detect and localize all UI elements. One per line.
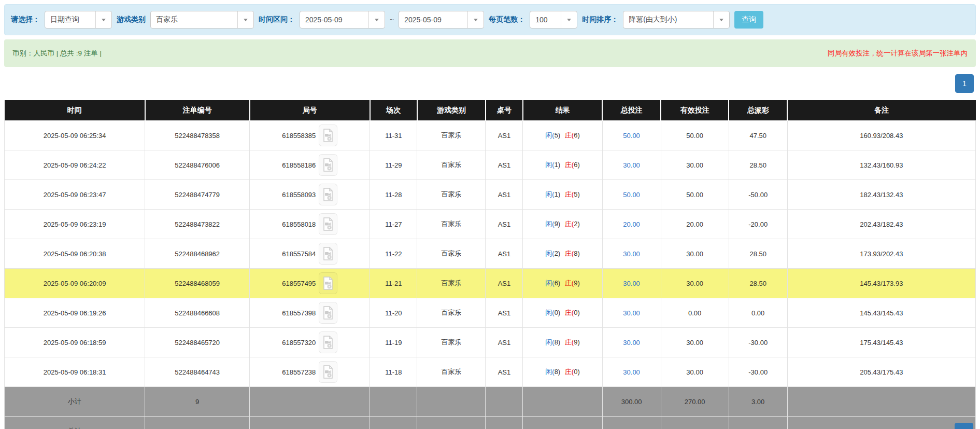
date-from-select[interactable]: 2025-05-09 [300, 11, 385, 29]
game-type-cell: 百家乐 [417, 269, 486, 298]
query-type-select[interactable]: 日期查询 [45, 11, 112, 29]
time-cell: 2025-05-09 06:25:34 [5, 121, 145, 150]
query-type-label: 请选择： [11, 15, 40, 24]
round-id: 618557238 [282, 368, 316, 376]
round-id: 618557320 [282, 339, 316, 347]
total-bet-link[interactable]: 50.00 [623, 191, 640, 199]
session-cell: 11-28 [370, 180, 417, 210]
chevron-down-icon[interactable] [561, 11, 577, 28]
bet-id-cell: 522488468962 [145, 239, 250, 269]
pagination-page-1[interactable]: 1 [955, 74, 974, 93]
time-range-label: 时间区间： [259, 15, 295, 24]
result-cell: 闲(8) 庄(0) [523, 357, 602, 387]
payout-cell: 0.00 [729, 298, 787, 328]
session-cell: 11-21 [370, 269, 417, 298]
total-bet-link[interactable]: 50.00 [623, 132, 640, 140]
valid-bet-cell: 0.00 [661, 298, 729, 328]
pagination-page-1-bottom[interactable]: 1 [955, 423, 973, 429]
total-bet-link[interactable]: 30.00 [623, 280, 640, 287]
round-id: 618557398 [282, 309, 316, 317]
time-cell: 2025-05-09 06:19:26 [5, 298, 145, 328]
replay-icon[interactable] [319, 124, 337, 146]
valid-bet-cell: 50.00 [661, 180, 729, 210]
chevron-down-icon[interactable] [713, 11, 729, 28]
session-cell: 11-20 [370, 298, 417, 328]
round-id: 618558093 [282, 191, 316, 199]
total-bet-link[interactable]: 20.00 [623, 220, 640, 228]
bet-id-cell: 522488466608 [145, 298, 250, 328]
chevron-down-icon[interactable] [237, 11, 253, 28]
note-cell: 160.93/208.43 [787, 121, 975, 150]
game-type-select[interactable]: 百家乐 [150, 11, 254, 29]
result-cell: 闲(1) 庄(6) [523, 150, 602, 180]
round-id: 618558186 [282, 161, 316, 169]
result-cell: 闲(0) 庄(0) [523, 298, 602, 328]
subtotal-payout: 3.00 [729, 387, 787, 417]
chevron-down-icon[interactable] [368, 11, 385, 28]
chevron-down-icon[interactable] [467, 11, 484, 28]
banker-result: 庄(8) [565, 249, 580, 258]
search-button[interactable]: 查询 [734, 11, 763, 29]
payout-cell: 28.50 [729, 150, 787, 180]
page-size-select[interactable]: 100 [530, 11, 577, 29]
replay-icon[interactable] [319, 184, 337, 205]
total-bet-cell: 30.00 [602, 269, 661, 298]
note-cell: 202.43/182.43 [787, 210, 975, 239]
valid-bet-cell: 30.00 [661, 328, 729, 357]
session-cell: 11-29 [370, 150, 417, 180]
replay-icon[interactable] [319, 213, 337, 235]
total-label: 总计 [5, 417, 145, 429]
round-cell: 618558018 [250, 210, 370, 239]
result-cell: 闲(6) 庄(9) [523, 269, 602, 298]
bet-id-cell: 522488478358 [145, 121, 250, 150]
total-bet-link[interactable]: 30.00 [623, 309, 640, 317]
replay-icon[interactable] [319, 154, 337, 176]
bets-table: 时间 注单编号 局号 场次 游戏类别 桌号 结果 总投注 有效投注 总派彩 备注… [4, 100, 976, 429]
time-cell: 2025-05-09 06:20:38 [5, 239, 145, 269]
replay-icon[interactable] [319, 331, 337, 353]
sort-select[interactable]: 降冪(由大到小) [623, 11, 730, 29]
banker-result: 庄(9) [565, 338, 580, 347]
total-bet-cell: 20.00 [602, 210, 661, 239]
replay-icon[interactable] [319, 361, 337, 383]
time-cell: 2025-05-09 06:23:19 [5, 210, 145, 239]
session-cell: 11-27 [370, 210, 417, 239]
total-bet-cell: 30.00 [602, 150, 661, 180]
session-cell: 11-19 [370, 328, 417, 357]
total-bet-link[interactable]: 30.00 [623, 250, 640, 258]
player-result: 闲(1) [545, 190, 560, 199]
round-cell: 618558186 [250, 150, 370, 180]
table-row: 2025-05-09 06:23:19 522488473822 6185580… [5, 210, 976, 239]
total-bet-cell: 30.00 [602, 239, 661, 269]
player-result: 闲(8) [545, 338, 560, 347]
player-result: 闲(1) [545, 160, 560, 170]
table-no-cell: AS1 [486, 150, 523, 180]
subtotal-total-bet: 300.00 [602, 387, 661, 417]
date-to-select[interactable]: 2025-05-09 [399, 11, 484, 29]
game-type-cell: 百家乐 [417, 180, 486, 210]
total-bet-link[interactable]: 30.00 [623, 339, 640, 347]
header-result: 结果 [523, 100, 602, 121]
result-cell: 闲(8) 庄(9) [523, 328, 602, 357]
time-cell: 2025-05-09 06:20:09 [5, 269, 145, 298]
total-bet-link[interactable]: 30.00 [623, 161, 640, 169]
replay-icon[interactable] [319, 302, 337, 324]
game-type-cell: 百家乐 [417, 357, 486, 387]
result-cell: 闲(1) 庄(5) [523, 180, 602, 210]
total-bet-link[interactable]: 30.00 [623, 368, 640, 376]
note-cell: 182.43/132.43 [787, 180, 975, 210]
bet-id-cell: 522488465720 [145, 328, 250, 357]
table-header: 时间 注单编号 局号 场次 游戏类别 桌号 结果 总投注 有效投注 总派彩 备注 [5, 100, 976, 121]
chevron-down-icon[interactable] [95, 11, 111, 28]
note-text: 同局有效投注，统一计算在该局第一张注单内 [828, 49, 968, 58]
banker-result: 庄(9) [565, 279, 580, 288]
header-table-no: 桌号 [486, 100, 523, 121]
total-valid-bet: 270.00 [661, 417, 729, 429]
sort-value: 降冪(由大到小) [623, 15, 713, 24]
replay-icon[interactable] [319, 243, 337, 265]
replay-icon[interactable] [319, 272, 337, 294]
date-to-value: 2025-05-09 [399, 16, 467, 24]
header-payout: 总派彩 [729, 100, 787, 121]
session-cell: 11-22 [370, 239, 417, 269]
game-type-label: 游戏类别 [117, 15, 146, 24]
